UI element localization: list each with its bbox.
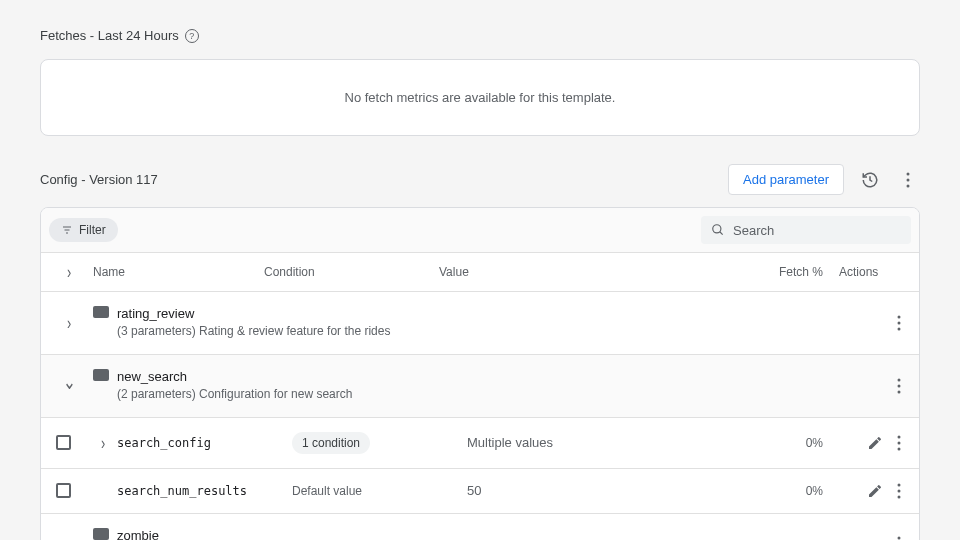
param-fetch: 0%	[806, 484, 823, 498]
chevron-right-icon[interactable]	[67, 314, 71, 332]
search-input[interactable]	[733, 223, 901, 238]
param-name: search_num_results	[117, 484, 247, 498]
group-desc: (3 parameters) Rating & review feature f…	[117, 323, 390, 340]
param-name: search_config	[117, 436, 211, 450]
group-name: zombie	[117, 528, 370, 540]
row-checkbox[interactable]	[56, 483, 71, 498]
svg-point-18	[898, 489, 901, 492]
help-icon[interactable]: ?	[185, 29, 199, 43]
chevron-down-icon[interactable]	[63, 371, 76, 393]
param-value: Multiple values	[467, 435, 553, 450]
header-value: Value	[439, 265, 761, 279]
fetches-empty-message: No fetch metrics are available for this …	[345, 90, 616, 105]
svg-point-0	[907, 172, 910, 175]
svg-point-13	[898, 390, 901, 393]
table-row[interactable]: new_search (2 parameters) Configuration …	[41, 355, 919, 418]
svg-point-17	[898, 483, 901, 486]
svg-point-12	[898, 384, 901, 387]
group-name: new_search	[117, 369, 352, 384]
svg-point-2	[907, 184, 910, 187]
svg-point-8	[898, 315, 901, 318]
table-row[interactable]: search_config 1 condition Multiple value…	[41, 418, 919, 469]
svg-point-14	[898, 435, 901, 438]
group-name: rating_review	[117, 306, 390, 321]
condition-chip[interactable]: 1 condition	[292, 432, 370, 454]
folder-icon	[93, 369, 109, 381]
svg-point-15	[898, 441, 901, 444]
more-icon[interactable]	[897, 378, 901, 394]
group-desc: (2 parameters) Configuration for new sea…	[117, 386, 352, 403]
edit-icon[interactable]	[867, 435, 883, 451]
filter-label: Filter	[79, 223, 106, 237]
more-icon[interactable]	[897, 435, 901, 451]
fetches-empty-card: No fetch metrics are available for this …	[40, 59, 920, 136]
svg-line-7	[720, 232, 723, 235]
filter-button[interactable]: Filter	[49, 218, 118, 242]
chevron-right-icon[interactable]	[67, 263, 71, 281]
folder-icon	[93, 528, 109, 540]
more-icon[interactable]	[897, 315, 901, 331]
fetches-title: Fetches - Last 24 Hours	[40, 28, 179, 43]
svg-point-1	[907, 178, 910, 181]
table-header-row: Name Condition Value Fetch % Actions	[41, 253, 919, 292]
param-condition: Default value	[292, 484, 362, 498]
more-icon[interactable]	[897, 536, 901, 540]
svg-point-11	[898, 378, 901, 381]
fetches-section-header: Fetches - Last 24 Hours ?	[40, 28, 920, 43]
edit-icon[interactable]	[867, 483, 883, 499]
more-icon[interactable]	[896, 168, 920, 192]
chevron-right-icon[interactable]	[67, 535, 71, 540]
svg-point-6	[713, 225, 721, 233]
param-value: 50	[467, 483, 481, 498]
table-row[interactable]: search_num_results Default value 50 0%	[41, 469, 919, 514]
search-box[interactable]	[701, 216, 911, 244]
history-icon[interactable]	[858, 168, 882, 192]
search-icon	[711, 222, 725, 238]
config-title: Config - Version 117	[40, 172, 158, 187]
config-table: Filter Name Condition Value Fetch % Acti…	[40, 207, 920, 540]
chevron-right-icon[interactable]	[101, 434, 105, 452]
more-icon[interactable]	[897, 483, 901, 499]
header-condition: Condition	[264, 265, 439, 279]
svg-point-10	[898, 327, 901, 330]
svg-point-16	[898, 447, 901, 450]
param-fetch: 0%	[806, 436, 823, 450]
header-fetch: Fetch %	[761, 265, 831, 279]
svg-point-19	[898, 495, 901, 498]
add-parameter-button[interactable]: Add parameter	[728, 164, 844, 195]
row-checkbox[interactable]	[56, 435, 71, 450]
table-row[interactable]: rating_review (3 parameters) Rating & re…	[41, 292, 919, 355]
header-actions: Actions	[831, 265, 911, 279]
svg-point-9	[898, 321, 901, 324]
header-name: Name	[89, 265, 264, 279]
table-row[interactable]: zombie (3 parameters) All params related…	[41, 514, 919, 540]
filter-icon	[61, 224, 73, 236]
folder-icon	[93, 306, 109, 318]
